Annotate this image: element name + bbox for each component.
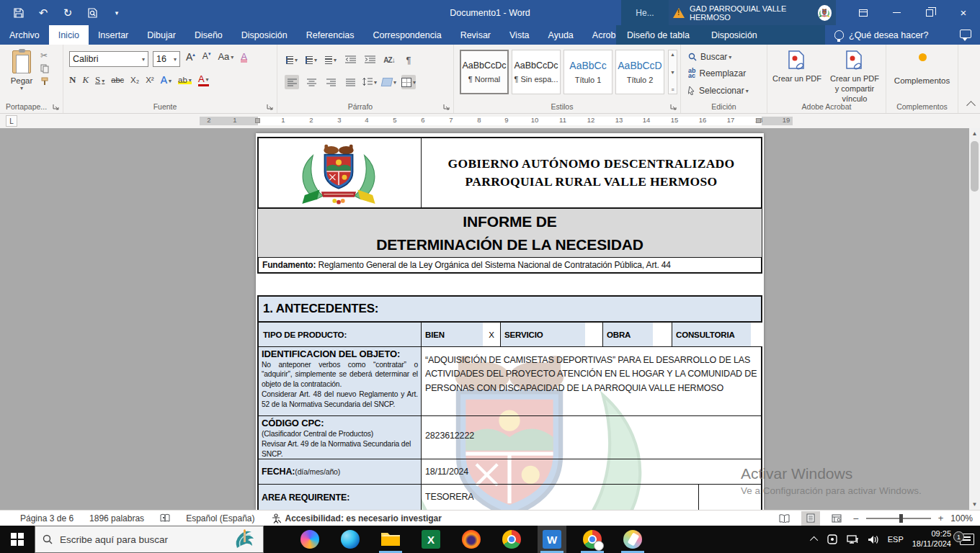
align-center-button[interactable] xyxy=(304,75,318,89)
taskbar-chrome-profile[interactable] xyxy=(578,526,607,553)
page-indicator[interactable]: Página 3 de 6 xyxy=(20,513,74,523)
justify-button[interactable] xyxy=(343,75,357,89)
comments-icon[interactable] xyxy=(960,30,971,38)
taskbar-copilot[interactable] xyxy=(295,526,324,553)
tab-referencias[interactable]: Referencias xyxy=(297,25,364,45)
font-dialog-launcher[interactable] xyxy=(267,104,274,111)
tray-app-icon[interactable] xyxy=(827,534,838,544)
taskbar-word[interactable]: W xyxy=(538,526,566,553)
right-indent-marker[interactable] xyxy=(756,118,761,123)
objeto-value[interactable]: “ADQUISICIÓN DE CAMISETAS DEPORTIVAS” PA… xyxy=(425,354,758,395)
font-name-combobox[interactable]: Calibri▾ xyxy=(69,51,148,67)
save-icon[interactable] xyxy=(12,6,26,20)
create-pdf-button[interactable]: Crear un PDF xyxy=(770,50,824,84)
zoom-slider-thumb[interactable] xyxy=(899,514,903,523)
taskbar-krita[interactable] xyxy=(618,526,647,553)
tab-selector[interactable]: L xyxy=(6,115,17,127)
style-sin-espacio[interactable]: AaBbCcDc ¶ Sin espa... xyxy=(512,50,561,94)
web-layout-button[interactable] xyxy=(827,511,846,526)
restore-button[interactable] xyxy=(913,0,946,25)
strikethrough-button[interactable]: abc xyxy=(111,76,124,84)
area-value[interactable]: TESORERA xyxy=(425,492,474,502)
zoom-slider[interactable] xyxy=(866,518,931,519)
tab-archivo[interactable]: Archivo xyxy=(0,25,49,45)
addins-button[interactable]: Complementos xyxy=(886,76,958,85)
tray-expand-icon[interactable] xyxy=(810,536,818,544)
customize-qat-icon[interactable]: ▾ xyxy=(110,6,124,20)
tab-disposicion[interactable]: Disposición xyxy=(232,25,297,45)
tab-correspondencia[interactable]: Correspondencia xyxy=(363,25,450,45)
avatar[interactable] xyxy=(818,5,832,21)
shading-button[interactable] xyxy=(382,75,396,89)
volume-icon[interactable] xyxy=(868,535,879,544)
tab-diseno[interactable]: Diseño xyxy=(185,25,232,45)
tipo-obra-mark[interactable] xyxy=(653,323,672,346)
cut-icon[interactable]: ✂ xyxy=(40,50,49,60)
document-page[interactable]: GOBIERNO AUTÓNOMO DESCENTRALIZADO PARROQ… xyxy=(256,133,764,510)
scroll-down-icon[interactable]: ▼ xyxy=(969,499,980,510)
bullets-button[interactable] xyxy=(285,53,299,67)
notification-center-icon[interactable]: 1 xyxy=(960,534,974,545)
show-marks-button[interactable]: ¶ xyxy=(401,53,416,67)
copy-icon[interactable] xyxy=(40,64,49,73)
taskbar-excel[interactable]: X xyxy=(416,526,445,553)
font-size-combobox[interactable]: 16▾ xyxy=(153,51,180,67)
tipo-servicio-mark[interactable] xyxy=(585,323,602,346)
scroll-up-icon[interactable]: ▲ xyxy=(969,128,980,139)
zoom-out-button[interactable]: − xyxy=(853,513,859,524)
tab-diseno-de-tabla[interactable]: Diseño de tabla xyxy=(616,25,700,45)
word-count[interactable]: 1896 palabras xyxy=(89,513,144,523)
keyboard-language[interactable]: ESP xyxy=(888,535,904,544)
accessibility-status[interactable]: Accesibilidad: es necesario investigar xyxy=(271,513,442,523)
paste-button[interactable]: Pegar ▾ xyxy=(6,50,37,98)
sort-button[interactable]: AZ↓ xyxy=(382,53,396,67)
help-tab[interactable]: He... xyxy=(621,0,669,25)
minimize-button[interactable] xyxy=(880,0,913,25)
tell-me-box[interactable]: ¿Qué desea hacer? xyxy=(829,25,935,45)
fecha-value[interactable]: 18/11/2024 xyxy=(425,467,468,477)
numbering-button[interactable] xyxy=(304,53,318,67)
cpc-value[interactable]: 2823612222 xyxy=(425,431,474,441)
multilevel-list-button[interactable] xyxy=(324,53,338,67)
create-pdf-share-button[interactable]: Crear un PDF y compartir vínculo xyxy=(828,50,881,104)
style-titulo-2[interactable]: AaBbCcD Título 2 xyxy=(615,50,664,94)
left-indent-marker[interactable] xyxy=(255,118,260,123)
start-button[interactable] xyxy=(0,526,35,553)
italic-button[interactable]: K xyxy=(82,74,89,86)
select-button[interactable]: Seleccionar xyxy=(688,86,749,96)
read-mode-button[interactable] xyxy=(775,511,794,526)
taskbar-search[interactable]: Escribe aquí para buscar xyxy=(35,526,264,553)
align-right-button[interactable] xyxy=(324,75,338,89)
tab-inicio[interactable]: Inicio xyxy=(49,25,89,45)
replace-button[interactable]: abac Reemplazar xyxy=(688,68,746,78)
style-normal[interactable]: AaBbCcDc ¶ Normal xyxy=(460,50,509,94)
line-spacing-button[interactable] xyxy=(362,75,377,89)
clock[interactable]: 09:25 18/11/2024 xyxy=(912,529,951,549)
taskbar-edge[interactable] xyxy=(336,526,365,553)
increase-indent-button[interactable] xyxy=(362,53,377,67)
bold-button[interactable]: N xyxy=(69,74,76,86)
find-button[interactable]: Buscar xyxy=(688,52,731,62)
print-preview-icon[interactable] xyxy=(85,6,99,20)
underline-button[interactable]: S xyxy=(95,74,104,86)
clear-formatting-button[interactable]: A xyxy=(241,51,247,63)
ribbon-display-options-button[interactable] xyxy=(847,0,880,25)
close-button[interactable]: × xyxy=(947,0,980,25)
tab-revisar[interactable]: Revisar xyxy=(451,25,500,45)
text-effects-button[interactable]: A xyxy=(161,74,172,86)
zoom-in-button[interactable]: + xyxy=(938,513,944,523)
tab-ayuda[interactable]: Ayuda xyxy=(539,25,583,45)
redo-icon[interactable]: ↻ xyxy=(61,6,75,20)
font-color-button[interactable]: A xyxy=(198,73,209,86)
change-case-button[interactable]: Aa xyxy=(218,51,233,63)
align-left-button[interactable] xyxy=(285,75,299,89)
proofing-icon[interactable] xyxy=(160,513,170,523)
grow-font-button[interactable]: A xyxy=(186,51,195,63)
tipo-consultoria-mark[interactable] xyxy=(751,323,762,346)
taskbar-chrome[interactable] xyxy=(497,526,526,553)
format-painter-icon[interactable] xyxy=(40,77,49,86)
highlight-button[interactable]: ab xyxy=(178,76,192,84)
taskbar-file-explorer[interactable] xyxy=(376,526,405,553)
print-layout-button[interactable] xyxy=(801,511,820,526)
tipo-bien-mark[interactable]: X xyxy=(483,323,500,346)
